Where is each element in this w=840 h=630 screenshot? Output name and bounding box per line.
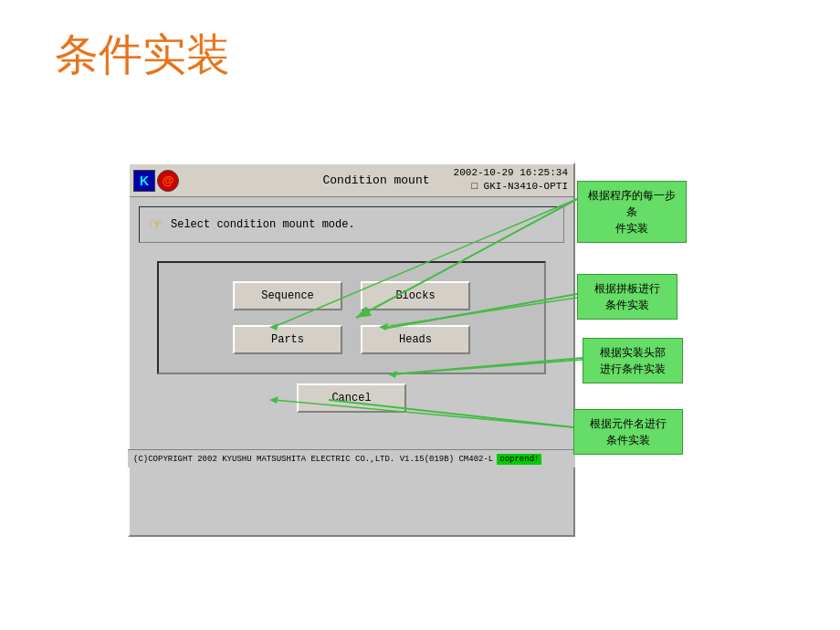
status-bar: (C)COPYRIGHT 2002 KYUSHU MATSUSHITA ELEC… — [128, 449, 575, 467]
blocks-button[interactable]: Blocks — [361, 281, 470, 310]
button-row-1: Sequence Blocks — [177, 281, 526, 310]
page-title: 条件实装 — [55, 26, 230, 84]
dialog-window: K @ Condition mount 2002-10-29 16:25:34 … — [128, 163, 575, 537]
sequence-button[interactable]: Sequence — [233, 281, 342, 310]
title-bar-icons: K @ — [130, 170, 179, 192]
parts-button[interactable]: Parts — [233, 325, 342, 354]
callout-parts: 根据元件名进行条件实装 — [573, 409, 683, 455]
heads-button[interactable]: Heads — [361, 325, 470, 354]
k-icon: K — [133, 170, 155, 192]
info-message: Select condition mount mode. — [171, 218, 355, 231]
dialog-content: ☞ Select condition mount mode. Sequence … — [130, 197, 573, 535]
button-row-2: Parts Heads — [177, 325, 526, 354]
cancel-button[interactable]: Cancel — [297, 383, 406, 413]
callout-sequence: 根据程序的每一步条件实装 — [577, 181, 687, 243]
callout-heads: 根据实装头部进行条件实装 — [583, 338, 683, 383]
at-icon: @ — [157, 170, 179, 192]
info-box: ☞ Select condition mount mode. — [139, 206, 564, 243]
datetime-display: 2002-10-29 16:25:34 □ GKI-N3410-OPTI — [448, 164, 573, 196]
cancel-row: Cancel — [139, 383, 564, 413]
status-text: (C)COPYRIGHT 2002 KYUSHU MATSUSHITA ELEC… — [133, 455, 493, 464]
title-bar: K @ Condition mount 2002-10-29 16:25:34 … — [130, 164, 573, 197]
hand-icon: ☞ — [149, 215, 163, 235]
status-highlight: ooprend! — [497, 454, 541, 465]
button-group: Sequence Blocks Parts Heads — [157, 261, 546, 374]
callout-blocks: 根据拼板进行条件实装 — [577, 274, 677, 320]
